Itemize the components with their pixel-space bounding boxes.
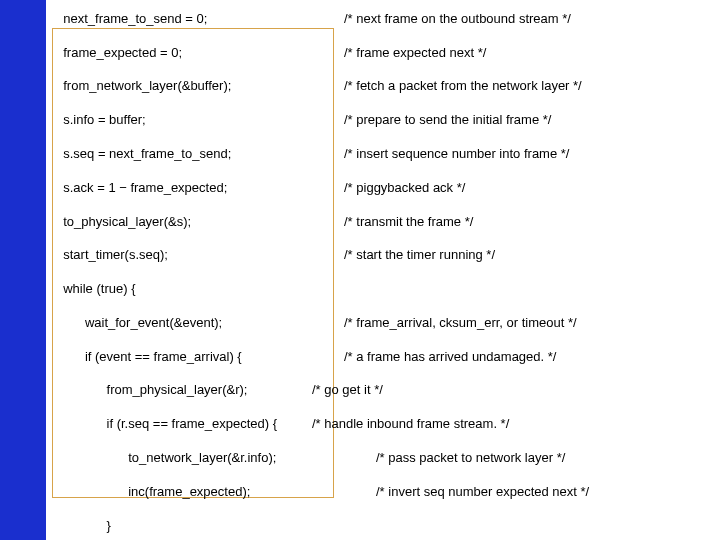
code-text: if (r.seq == frame_expected) { (56, 416, 312, 433)
code-text: start_timer(s.seq); (56, 247, 344, 264)
code-comment: /* frame expected next */ (344, 45, 486, 60)
code-text: inc(frame_expected); (56, 484, 376, 501)
code-comment: /* handle inbound frame stream. */ (312, 416, 509, 431)
code-text: frame_expected = 0; (56, 45, 344, 62)
code-comment: /* transmit the frame */ (344, 214, 473, 229)
code-block: next_frame_to_send = 0;/* next frame on … (56, 0, 716, 540)
code-comment: /* insert sequence number into frame */ (344, 146, 569, 161)
code-comment: /* fetch a packet from the network layer… (344, 78, 582, 93)
left-accent-bar (0, 0, 46, 540)
code-comment: /* go get it */ (312, 382, 383, 397)
code-comment: /* next frame on the outbound stream */ (344, 11, 571, 26)
code-comment: /* pass packet to network layer */ (376, 450, 565, 465)
code-text: next_frame_to_send = 0; (56, 11, 344, 28)
code-text: s.info = buffer; (56, 112, 344, 129)
code-comment: /* a frame has arrived undamaged. */ (344, 349, 556, 364)
code-comment: /* frame_arrival, cksum_err, or timeout … (344, 315, 577, 330)
code-text: s.ack = 1 − frame_expected; (56, 180, 344, 197)
code-text: to_physical_layer(&s); (56, 214, 344, 231)
code-text: from_network_layer(&buffer); (56, 78, 344, 95)
code-text: while (true) { (56, 281, 135, 296)
slide: next_frame_to_send = 0;/* next frame on … (0, 0, 720, 540)
code-comment: /* invert seq number expected next */ (376, 484, 589, 499)
code-text: to_network_layer(&r.info); (56, 450, 376, 467)
code-comment: /* start the timer running */ (344, 247, 495, 262)
code-comment: /* prepare to send the initial frame */ (344, 112, 551, 127)
code-text: from_physical_layer(&r); (56, 382, 312, 399)
code-text: } (56, 518, 111, 533)
code-text: if (event == frame_arrival) { (56, 349, 344, 366)
code-text: s.seq = next_frame_to_send; (56, 146, 344, 163)
code-comment: /* piggybacked ack */ (344, 180, 465, 195)
code-text: wait_for_event(&event); (56, 315, 344, 332)
